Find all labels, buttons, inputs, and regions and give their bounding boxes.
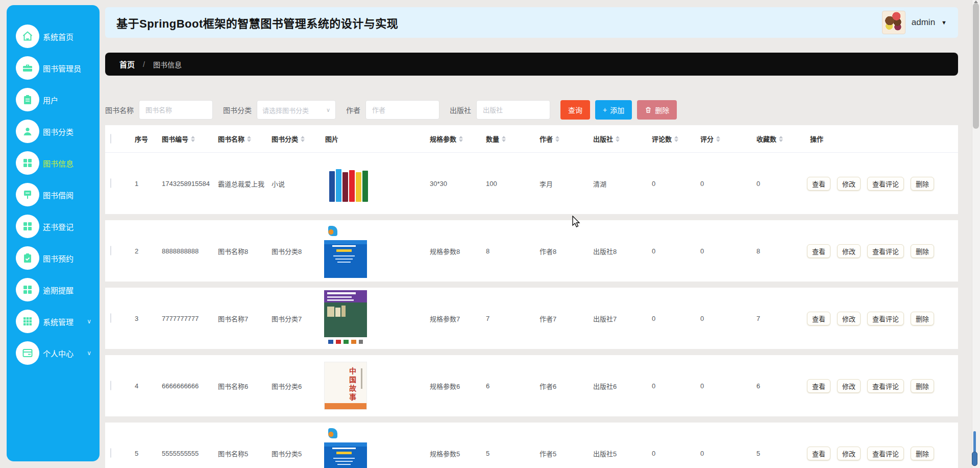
- action-button-2[interactable]: 查看评论: [867, 312, 904, 325]
- sort-carets-icon[interactable]: [502, 136, 506, 142]
- row-checkbox[interactable]: [110, 313, 111, 323]
- sidebar-item-系统管理[interactable]: 系统管理∨: [7, 306, 100, 337]
- table-row: 37777777777图书名称7图书分类7规格参数77作者7出版社7007查看修…: [105, 288, 958, 349]
- sort-carets-icon[interactable]: [247, 136, 251, 142]
- book-name-input[interactable]: [139, 100, 213, 120]
- sidebar-item-系统首页[interactable]: 系统首页: [7, 20, 100, 52]
- column-header-label: 评分: [700, 134, 714, 144]
- category-select-placeholder: 请选择图书分类: [262, 105, 326, 115]
- action-button-1[interactable]: 修改: [837, 177, 861, 191]
- select-all-checkbox[interactable]: [110, 134, 111, 144]
- sort-carets-icon[interactable]: [716, 136, 720, 142]
- breadcrumb-home[interactable]: 首页: [119, 59, 135, 69]
- cell-publisher: 出版社6: [586, 381, 645, 391]
- sort-carets-icon[interactable]: [301, 136, 305, 142]
- sidebar-item-逾期提醒[interactable]: 逾期提醒: [7, 274, 100, 306]
- chevron-down-icon: ∨: [87, 349, 91, 357]
- cell-rating: 0: [693, 382, 749, 390]
- column-header-favorites[interactable]: 收藏数: [749, 134, 803, 144]
- book-name-label: 图书名称: [105, 105, 134, 115]
- action-button-0[interactable]: 查看: [807, 379, 830, 393]
- row-checkbox[interactable]: [110, 381, 111, 390]
- action-button-0[interactable]: 查看: [807, 177, 830, 191]
- action-button-0[interactable]: 查看: [807, 312, 830, 325]
- cell-rating: 0: [693, 450, 749, 457]
- sidebar-item-用户[interactable]: 用户: [7, 84, 100, 115]
- cell-book_id: 7777777777: [155, 315, 211, 322]
- user-menu[interactable]: admin ▼: [882, 11, 947, 34]
- column-header-author[interactable]: 作者: [532, 134, 586, 144]
- table-row: 11743258915584霸道总裁爱上我小说30*30100李月清湖000查看…: [105, 153, 958, 214]
- pen-tool-icon[interactable]: [972, 431, 977, 466]
- sidebar-item-图书信息[interactable]: 图书信息: [7, 147, 100, 179]
- cell-category: 图书分类6: [264, 381, 318, 391]
- book-cover-colorful-books-photo: [324, 158, 373, 209]
- action-button-2[interactable]: 查看评论: [867, 447, 904, 460]
- author-input[interactable]: [365, 100, 439, 120]
- column-header-publisher[interactable]: 出版社: [586, 134, 645, 144]
- action-button-2[interactable]: 查看评论: [867, 379, 904, 393]
- user-dropdown-caret-icon[interactable]: ▼: [941, 19, 947, 26]
- delete-button-label: 删除: [655, 105, 669, 115]
- row-checkbox[interactable]: [110, 448, 111, 458]
- cell-favorites: 7: [749, 315, 803, 322]
- action-button-0[interactable]: 查看: [807, 447, 830, 460]
- action-button-2[interactable]: 查看评论: [867, 244, 904, 258]
- scrollbar-thumb[interactable]: [973, 3, 979, 129]
- action-button-3[interactable]: 删除: [911, 312, 934, 325]
- action-button-3[interactable]: 删除: [911, 447, 934, 460]
- action-button-3[interactable]: 删除: [911, 379, 934, 393]
- sort-carets-icon[interactable]: [459, 136, 463, 142]
- column-header-book_id[interactable]: 图书编号: [155, 134, 211, 144]
- avatar[interactable]: [882, 11, 905, 34]
- page-scrollbar[interactable]: [972, 0, 980, 468]
- plus-icon: +: [603, 106, 607, 114]
- action-button-2[interactable]: 查看评论: [867, 177, 904, 191]
- sort-carets-icon[interactable]: [555, 136, 559, 142]
- cell-author: 作者5: [532, 449, 586, 458]
- column-header-spec[interactable]: 规格参数: [423, 134, 479, 144]
- cell-category: 图书分类7: [264, 314, 318, 323]
- action-button-1[interactable]: 修改: [837, 379, 861, 393]
- add-button[interactable]: + 添加: [595, 100, 632, 120]
- sidebar-item-还书登记[interactable]: 还书登记: [7, 210, 100, 242]
- row-checkbox[interactable]: [110, 178, 111, 188]
- sidebar-item-图书管理员[interactable]: 图书管理员: [7, 52, 100, 84]
- cell-comments: 0: [645, 315, 693, 322]
- breadcrumb-current: 图书信息: [153, 59, 182, 69]
- query-button[interactable]: 查询: [560, 100, 590, 120]
- cell-name: 图书名称6: [211, 381, 264, 391]
- sort-carets-icon[interactable]: [674, 136, 678, 142]
- action-button-3[interactable]: 删除: [911, 244, 934, 258]
- row-checkbox[interactable]: [110, 246, 111, 255]
- action-button-3[interactable]: 删除: [911, 177, 934, 191]
- sort-carets-icon[interactable]: [191, 136, 195, 142]
- cell-comments: 0: [645, 450, 693, 457]
- category-select[interactable]: 请选择图书分类 ∨: [257, 100, 336, 120]
- sort-carets-icon[interactable]: [616, 136, 620, 142]
- column-header-no: 序号: [128, 134, 155, 144]
- sidebar-item-个人中心[interactable]: 个人中心∨: [7, 337, 100, 369]
- cell-author: 作者7: [532, 314, 586, 323]
- publisher-input[interactable]: [476, 100, 550, 120]
- action-button-1[interactable]: 修改: [837, 447, 861, 460]
- column-header-qty[interactable]: 数量: [479, 134, 532, 144]
- username[interactable]: admin: [912, 17, 935, 28]
- column-header-category[interactable]: 图书分类: [264, 134, 318, 144]
- row-actions: 查看修改查看评论删除: [803, 177, 958, 191]
- sidebar-item-图书预约[interactable]: 图书预约: [7, 242, 100, 274]
- chevron-down-icon: ∨: [326, 107, 330, 113]
- column-header-rating[interactable]: 评分: [693, 134, 749, 144]
- sort-carets-icon[interactable]: [779, 136, 783, 142]
- column-header-comments[interactable]: 评论数: [645, 134, 693, 144]
- delete-button[interactable]: 删除: [637, 100, 677, 120]
- action-button-1[interactable]: 修改: [837, 244, 861, 258]
- column-header-label: 规格参数: [430, 134, 456, 144]
- action-button-0[interactable]: 查看: [807, 244, 830, 258]
- column-header-name[interactable]: 图书名称: [211, 134, 264, 144]
- briefcase-icon: [16, 56, 39, 80]
- sidebar-item-图书借阅[interactable]: 图书借阅: [7, 179, 100, 210]
- cell-comments: 0: [645, 247, 693, 255]
- sidebar-item-图书分类[interactable]: 图书分类: [7, 115, 100, 147]
- action-button-1[interactable]: 修改: [837, 312, 861, 325]
